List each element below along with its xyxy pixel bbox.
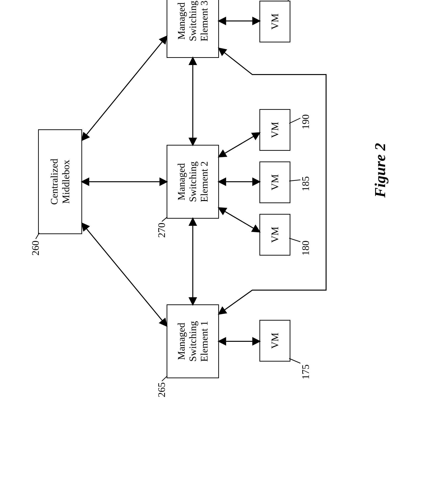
ref-265: 265 <box>156 382 167 397</box>
vm-185-label: VM <box>269 174 281 191</box>
svg-line-4 <box>289 359 300 363</box>
ref-270: 270 <box>156 223 167 238</box>
ref-190: 190 <box>300 114 311 129</box>
centralized-middlebox-box: Centralized Middlebox <box>38 129 82 234</box>
mse-2-label: Managed Switching Element 2 <box>176 161 210 202</box>
ref-185: 185 <box>300 176 311 191</box>
mse-1-box: Managed Switching Element 1 <box>167 304 219 378</box>
vm-190-box: VM <box>259 109 290 151</box>
vm-185-box: VM <box>259 162 290 203</box>
vm-190-label: VM <box>269 122 281 138</box>
mse-3-box: Managed Switching Element 3 <box>167 0 219 58</box>
svg-line-11 <box>82 36 167 140</box>
mse-1-label: Managed Switching Element 1 <box>176 321 210 362</box>
diagram-root: Centralized Middlebox 260 Managed Switch… <box>0 0 422 422</box>
vm-195-box: VM <box>259 1 290 42</box>
mse-3-label: Managed Switching Element 3 <box>176 0 210 41</box>
figure-caption: Figure 2 <box>371 0 389 422</box>
vm-195-label: VM <box>269 14 281 30</box>
svg-line-5 <box>289 238 300 242</box>
ref-175: 175 <box>300 364 311 379</box>
svg-line-6 <box>289 180 300 181</box>
vm-180-box: VM <box>259 214 290 256</box>
mse-2-box: Managed Switching Element 2 <box>167 145 219 219</box>
svg-line-7 <box>289 118 300 123</box>
centralized-middlebox-label: Centralized Middlebox <box>49 159 72 205</box>
svg-line-15 <box>219 208 259 232</box>
svg-line-9 <box>82 223 167 326</box>
vm-175-label: VM <box>269 333 281 349</box>
vm-175-box: VM <box>259 320 290 362</box>
ref-180: 180 <box>300 240 311 256</box>
svg-line-17 <box>219 133 259 157</box>
ref-260: 260 <box>30 240 41 256</box>
vm-180-label: VM <box>269 227 281 243</box>
